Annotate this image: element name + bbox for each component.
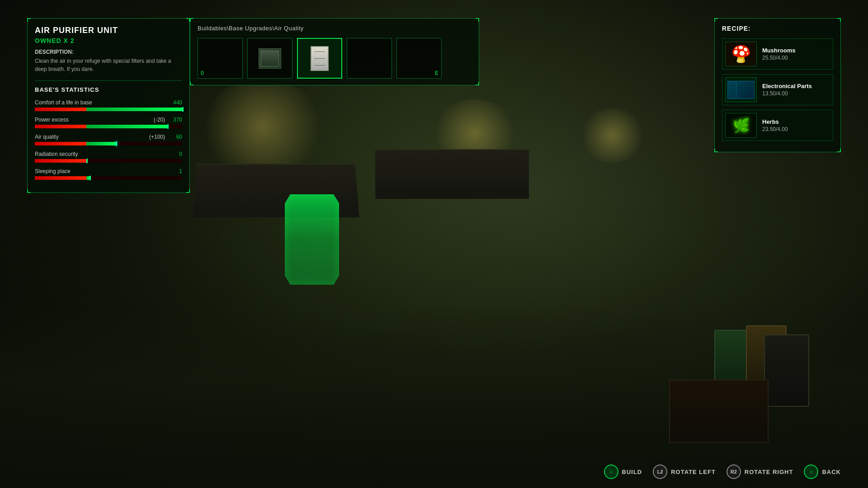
- stat-name-1: Power excess: [35, 117, 69, 123]
- btn-label-2: ROTATE RIGHT: [745, 469, 793, 475]
- recipe-icon-1: [725, 77, 757, 102]
- btn-label-0: BUILD: [622, 469, 642, 475]
- description-text: Clean the air in your refuge with specia…: [35, 57, 182, 73]
- stat-modifier-2: (+100): [149, 134, 165, 140]
- action-btn-build[interactable]: ○BUILD: [604, 465, 642, 479]
- btn-label-1: ROTATE LEFT: [671, 469, 716, 475]
- btn-key-3: ○: [804, 465, 818, 479]
- thumbnail-slot-4[interactable]: E: [396, 38, 442, 79]
- stat-bar-bg-2: [35, 142, 182, 145]
- stat-value-4: 1: [169, 168, 182, 174]
- workbench-right: [375, 149, 529, 199]
- recipe-icon-0: 🍄: [725, 42, 757, 66]
- recipe-item-name-2: Herbs: [762, 118, 788, 125]
- stat-row-0: Comfort of a life in base440: [35, 99, 182, 111]
- recipe-item-amount-0: 25.50/4.00: [762, 55, 796, 61]
- item-thumbnails: 0E: [198, 38, 472, 79]
- stat-row-4: Sleeping place1: [35, 168, 182, 180]
- action-btn-rotate-right[interactable]: R2ROTATE RIGHT: [726, 465, 793, 479]
- stat-value-2: 60: [169, 134, 182, 140]
- stat-name-2: Air quality: [35, 134, 59, 140]
- barrel-dark: [764, 334, 809, 407]
- stat-value-1: 370: [169, 117, 182, 123]
- stats-title: BASE'S STATISTICS: [35, 86, 182, 93]
- recipe-item-amount-1: 13.50/4.00: [762, 90, 812, 97]
- stat-bar-bg-1: [35, 125, 182, 128]
- bottom-action-bar: ○BUILDL2ROTATE LEFTR2ROTATE RIGHT○BACK: [604, 465, 841, 479]
- top-center-panel: Buildables\Base Upgrades\Air Quality 0E: [190, 18, 479, 85]
- thumbnail-slot-1[interactable]: [247, 38, 292, 79]
- recipe-item-0: 🍄Mushrooms25.50/4.00: [722, 38, 833, 70]
- btn-key-0: ○: [604, 465, 618, 479]
- panel-divider: [35, 80, 182, 81]
- recipe-item-amount-2: 23.50/4.00: [762, 126, 788, 132]
- btn-key-1: L2: [653, 465, 667, 479]
- stat-name-3: Radiation security: [35, 151, 78, 157]
- btn-key-2: R2: [726, 465, 741, 479]
- stat-bar-bg-3: [35, 159, 182, 163]
- item-title: AIR PURIFIER UNIT: [35, 26, 182, 35]
- thumbnail-slot-3[interactable]: [347, 38, 392, 79]
- stat-value-0: 440: [169, 99, 182, 106]
- garden-bed: [669, 380, 769, 443]
- stat-name-4: Sleeping place: [35, 168, 71, 174]
- recipe-title: RECIPE:: [722, 25, 833, 32]
- stat-row-1: Power excess(-20)370: [35, 117, 182, 128]
- recipe-item-name-1: Electronical Parts: [762, 83, 812, 89]
- recipe-item-2: 🌿Herbs23.50/4.00: [722, 110, 833, 141]
- stat-bar-bg-4: [35, 176, 182, 180]
- stat-row-3: Radiation security0: [35, 151, 182, 163]
- recipe-item-name-0: Mushrooms: [762, 47, 796, 54]
- btn-label-3: BACK: [822, 469, 841, 475]
- owned-label: OWNED X 2: [35, 37, 182, 44]
- stat-value-3: 0: [169, 151, 182, 157]
- action-btn-back[interactable]: ○BACK: [804, 465, 841, 479]
- right-panel: RECIPE: 🍄Mushrooms25.50/4.00Electronical…: [714, 18, 841, 152]
- stat-modifier-1: (-20): [154, 117, 165, 123]
- recipe-container: 🍄Mushrooms25.50/4.00Electronical Parts13…: [722, 38, 833, 141]
- recipe-item-1: Electronical Parts13.50/4.00: [722, 74, 833, 105]
- stat-name-0: Comfort of a life in base: [35, 99, 92, 106]
- thumbnail-slot-0[interactable]: 0: [198, 38, 243, 79]
- action-btn-rotate-left[interactable]: L2ROTATE LEFT: [653, 465, 716, 479]
- thumbnail-slot-2[interactable]: [297, 38, 342, 79]
- recipe-icon-2: 🌿: [725, 113, 757, 138]
- stats-container: Comfort of a life in base440Power excess…: [35, 99, 182, 180]
- stat-row-2: Air quality(+100)60: [35, 134, 182, 145]
- stat-bar-bg-0: [35, 108, 182, 111]
- holographic-object: [285, 194, 339, 285]
- left-panel: AIR PURIFIER UNIT OWNED X 2 DESCRIPTION:…: [27, 18, 190, 193]
- description-label: DESCRIPTION:: [35, 49, 182, 55]
- breadcrumb: Buildables\Base Upgrades\Air Quality: [198, 25, 472, 32]
